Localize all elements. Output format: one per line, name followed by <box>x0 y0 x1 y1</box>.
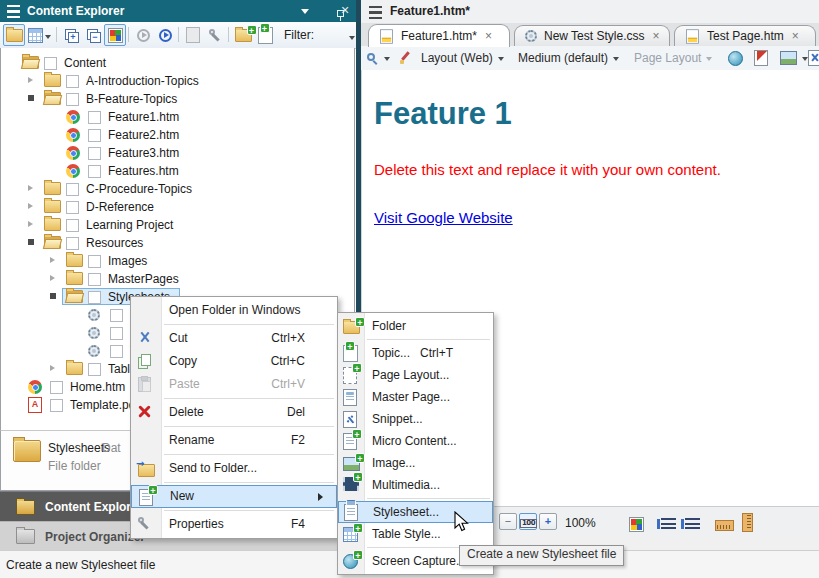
style-brush-button[interactable] <box>399 49 412 67</box>
expander-collapsed-icon[interactable] <box>28 203 36 209</box>
expander-expanded-icon[interactable] <box>28 95 34 101</box>
insert-hyperlink-button[interactable] <box>728 49 743 67</box>
checkbox[interactable] <box>88 129 101 142</box>
expander-collapsed-icon[interactable] <box>50 275 58 281</box>
checkbox[interactable] <box>110 309 123 322</box>
checkbox[interactable] <box>66 237 79 250</box>
panel-dropdown-icon[interactable] <box>301 9 309 18</box>
tree-item-b-feature-topics[interactable]: B-Feature-Topics <box>2 90 354 108</box>
expander-collapsed-icon[interactable] <box>50 257 58 263</box>
vertical-ruler-button[interactable] <box>742 513 753 531</box>
new-topic-icon <box>343 345 358 362</box>
menu-item-new[interactable]: New <box>131 485 337 508</box>
tree-item-content[interactable]: Content <box>2 54 354 72</box>
horizontal-ruler-button[interactable] <box>715 516 734 534</box>
menu-item-delete[interactable]: Delete Del <box>131 401 337 424</box>
submenu-item-micro-content[interactable]: Micro Content... <box>338 430 493 452</box>
document-link[interactable]: Visit Google Website <box>374 209 513 226</box>
close-tab-icon[interactable]: × <box>485 30 492 42</box>
open-file-button[interactable] <box>182 24 204 46</box>
toolbar-overflow-icon[interactable] <box>349 36 355 43</box>
show-tags-button[interactable] <box>104 24 126 46</box>
checkbox[interactable] <box>88 255 101 268</box>
refresh-button[interactable] <box>154 24 176 46</box>
expander-expanded-icon[interactable] <box>50 293 56 299</box>
tree-item-images[interactable]: Images <box>2 252 354 270</box>
checkbox[interactable] <box>66 201 79 214</box>
tree-item-feature1[interactable]: Feature1.htm <box>2 108 354 126</box>
submenu-item-page-layout[interactable]: Page Layout... <box>338 364 493 386</box>
expander-collapsed-icon[interactable] <box>28 221 36 227</box>
zoom-in-button[interactable]: + <box>539 513 557 530</box>
checkbox[interactable] <box>88 147 101 160</box>
submenu-item-topic[interactable]: Topic... Ctrl+T <box>338 342 493 364</box>
insert-image-button[interactable] <box>780 49 808 67</box>
expand-all-button[interactable] <box>60 24 82 46</box>
menu-item-properties[interactable]: Properties F4 <box>131 513 337 536</box>
show-markers-button[interactable] <box>685 515 700 533</box>
zoom-out-button[interactable]: − <box>499 513 517 530</box>
expander-expanded-icon[interactable] <box>28 239 34 245</box>
tree-item-masterpages[interactable]: MasterPages <box>2 270 354 288</box>
submenu-item-snippet[interactable]: Snippet... <box>338 408 493 430</box>
submenu-item-master-page[interactable]: Master Page... <box>338 386 493 408</box>
sync-button[interactable] <box>132 24 154 46</box>
checkbox[interactable] <box>50 399 63 412</box>
checkbox[interactable] <box>44 57 57 70</box>
tree-item-feature2[interactable]: Feature2.htm <box>2 126 354 144</box>
checkbox[interactable] <box>88 111 101 124</box>
checkbox[interactable] <box>66 183 79 196</box>
checkbox[interactable] <box>88 273 101 286</box>
insert-snippet-button[interactable] <box>808 49 819 67</box>
submenu-item-image[interactable]: Image... <box>338 452 493 474</box>
tree-item-resources[interactable]: Resources <box>2 234 354 252</box>
collapse-all-button[interactable] <box>82 24 104 46</box>
menu-item-rename[interactable]: Rename F2 <box>131 429 337 452</box>
checkbox[interactable] <box>110 327 123 340</box>
menu-item-copy[interactable]: Copy Ctrl+C <box>131 350 337 373</box>
menu-item-cut[interactable]: Cut Ctrl+X <box>131 327 337 350</box>
insert-cross-reference-button[interactable] <box>754 49 768 67</box>
show-blocks-button[interactable] <box>661 515 676 533</box>
show-tags-button[interactable] <box>629 515 644 533</box>
expander-collapsed-icon[interactable] <box>28 185 36 191</box>
editor-menu-icon[interactable] <box>369 6 382 19</box>
close-tab-icon[interactable]: × <box>652 30 659 42</box>
tree-item-a-introduction-topics[interactable]: A-Introduction-Topics <box>2 72 354 90</box>
show-files-button[interactable] <box>3 24 25 46</box>
checkbox[interactable] <box>66 219 79 232</box>
medium-dropdown[interactable]: Medium (default) <box>518 49 619 67</box>
tree-item-c-procedure-topics[interactable]: C-Procedure-Topics <box>2 180 354 198</box>
zoom-reset-button[interactable]: 100 <box>519 513 537 530</box>
submenu-item-folder[interactable]: Folder <box>338 315 493 337</box>
checkbox[interactable] <box>110 345 123 358</box>
tree-item-features[interactable]: Features.htm <box>2 162 354 180</box>
tree-item-d-reference[interactable]: D-Reference <box>2 198 354 216</box>
checkbox[interactable] <box>88 291 101 304</box>
submenu-item-multimedia[interactable]: Multimedia... <box>338 474 493 496</box>
close-tab-icon[interactable]: × <box>792 30 799 42</box>
tree-item-learning-project[interactable]: Learning Project <box>2 216 354 234</box>
checkbox[interactable] <box>50 381 63 394</box>
checkbox[interactable] <box>66 75 79 88</box>
tree-item-feature3[interactable]: Feature3.htm <box>2 144 354 162</box>
close-panel-icon[interactable]: × <box>341 3 349 17</box>
page-layout-dropdown[interactable]: Page Layout <box>634 49 712 67</box>
tab-test-page[interactable]: Test Page.htm × <box>674 25 816 46</box>
tab-feature1[interactable]: Feature1.htm* × <box>368 24 510 47</box>
checkbox[interactable] <box>88 165 101 178</box>
preview-button[interactable] <box>366 49 390 67</box>
file-properties-button[interactable] <box>204 24 226 46</box>
tab-new-test-style[interactable]: New Test Style.css × <box>514 25 670 46</box>
layout-mode-dropdown[interactable]: Layout (Web) <box>421 49 504 67</box>
checkbox[interactable] <box>88 363 101 376</box>
panel-menu-icon[interactable] <box>7 5 20 18</box>
menu-item-send-to-folder[interactable]: Send to Folder... <box>131 457 337 480</box>
expander-collapsed-icon[interactable] <box>28 77 36 83</box>
checkbox[interactable] <box>66 93 79 106</box>
expander-collapsed-icon[interactable] <box>50 365 58 371</box>
menu-item-open-folder-in-windows[interactable]: Open Folder in Windows <box>131 299 337 322</box>
view-grid-button[interactable] <box>25 24 54 46</box>
new-folder-button[interactable] <box>232 24 254 46</box>
new-topic-button[interactable] <box>254 24 276 46</box>
